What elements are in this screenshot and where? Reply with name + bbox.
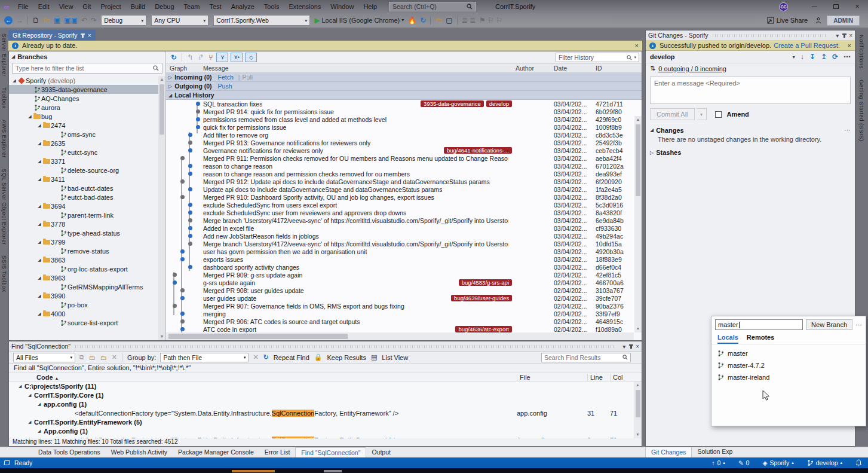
- changes-section-header[interactable]: ◢ Changes ⋯: [646, 124, 855, 135]
- commit-message-input[interactable]: Enter a message <Required>: [650, 77, 851, 104]
- commit-row[interactable]: Merged PR 914: quick fix for permissions…: [166, 108, 642, 115]
- commit-row[interactable]: Merged PR 907: Governance fields in OMS,…: [166, 302, 642, 310]
- bottom-tab[interactable]: Output: [366, 447, 396, 457]
- branch-tree-item[interactable]: remove-status: [9, 246, 158, 255]
- expander-icon[interactable]: [36, 276, 42, 280]
- redo-icon[interactable]: ↷: [91, 17, 97, 24]
- branch-popup-tab[interactable]: Locals: [717, 334, 738, 344]
- branch-tree-item[interactable]: GetRMSMappingAllTerms: [9, 282, 158, 291]
- col-date[interactable]: Date: [554, 65, 596, 72]
- branch-tree-item[interactable]: bad-eutct-dates: [9, 184, 158, 193]
- commit-row[interactable]: Merged PR 911: Permission checks removed…: [166, 154, 642, 162]
- pull-link[interactable]: Pull: [243, 74, 253, 81]
- menu-item[interactable]: Edit: [33, 0, 54, 13]
- branch-tag[interactable]: bug/4639/user-guides: [451, 295, 512, 301]
- pin-icon[interactable]: [630, 344, 632, 349]
- maximize-button[interactable]: [825, 0, 846, 13]
- keep-results-icon[interactable]: 🔒: [314, 353, 323, 361]
- outgoing-row[interactable]: ▷ Outgoing (0) Push: [166, 82, 642, 91]
- menu-item[interactable]: Help: [358, 0, 382, 13]
- feedback-icon[interactable]: [815, 17, 822, 24]
- find-result-row[interactable]: C:\projects\Sporify (11): [9, 382, 642, 390]
- commit-row[interactable]: Merged PR 912: Update api docs to includ…: [166, 178, 642, 185]
- close-icon[interactable]: ×: [88, 32, 91, 39]
- branch-tree-item[interactable]: source-list-export: [9, 318, 158, 327]
- expander-icon[interactable]: [11, 78, 17, 83]
- branch-popup-tab[interactable]: Remotes: [747, 334, 774, 344]
- branch-tree-item[interactable]: 3935-data-governance: [9, 85, 158, 94]
- list-view-icon[interactable]: ▤: [371, 353, 377, 361]
- branch-tree-item[interactable]: delete-source-org: [9, 166, 158, 175]
- col-graph[interactable]: Graph: [166, 65, 203, 72]
- branch-tree-item[interactable]: org-loc-status-export: [9, 264, 158, 273]
- commit-row[interactable]: merging 02/04/202... 33f97ef9: [166, 310, 642, 318]
- create-pull-request-link[interactable]: Create a Pull Request.: [774, 42, 840, 49]
- commit-row[interactable]: Merged PR 908: user guides update 02/04/…: [166, 286, 642, 294]
- menu-item[interactable]: Extensions: [284, 0, 326, 13]
- col-author[interactable]: Author: [516, 65, 554, 72]
- close-icon[interactable]: ×: [849, 32, 852, 39]
- refresh-icon[interactable]: ↻: [420, 17, 426, 24]
- expander-icon[interactable]: [36, 222, 42, 227]
- branches-scrollbar[interactable]: ▲ ▼: [158, 76, 165, 340]
- expander-icon[interactable]: [36, 258, 42, 263]
- git-repository-tab[interactable]: Git Repository - Sporify ×: [8, 30, 96, 41]
- commit-row[interactable]: Merge branch 'Userstory/4172/veeva-sync'…: [166, 216, 642, 224]
- branch-tree-item[interactable]: parent-term-link: [9, 210, 158, 219]
- bottom-tab[interactable]: Web Publish Activity: [106, 447, 173, 457]
- commit-row[interactable]: exports issues 03/04/202... 18f883e9: [166, 255, 642, 263]
- menu-item[interactable]: View: [54, 0, 78, 13]
- commit-row[interactable]: Update api docs to include dataGovernanc…: [166, 185, 642, 193]
- menu-item[interactable]: File: [13, 0, 33, 13]
- admin-button[interactable]: ADMIN: [827, 16, 860, 26]
- find-in-files-icon[interactable]: 🗀: [435, 17, 442, 24]
- branch-tree-item[interactable]: 3963: [9, 273, 158, 282]
- col-message[interactable]: Message: [203, 65, 516, 72]
- branch-popup-item[interactable]: master: [711, 347, 866, 359]
- outgoing-incoming-link[interactable]: 0 outgoing / 0 incoming: [658, 65, 726, 72]
- branch-filter-input[interactable]: Type here to filter the list: [12, 63, 162, 74]
- branch-tag[interactable]: bug/4583/g-srs-api: [459, 279, 512, 286]
- menu-item[interactable]: Tools: [259, 0, 284, 13]
- dock-tab[interactable]: Solution Exp: [692, 447, 738, 457]
- solution-config-dropdown[interactable]: Debug▾: [101, 15, 146, 26]
- refresh-icon[interactable]: ↻: [171, 53, 177, 62]
- new-file-icon[interactable]: 🗋: [32, 17, 39, 24]
- start-debug-icon[interactable]: ▶: [314, 17, 320, 24]
- local-history-row[interactable]: ◢ Local History: [166, 91, 642, 100]
- branch-tree-item[interactable]: 3990: [9, 291, 158, 300]
- menu-item[interactable]: Analyze: [226, 0, 259, 13]
- bottom-tab[interactable]: Package Manager Console: [173, 447, 259, 457]
- repeat-find-label[interactable]: Repeat Find: [274, 354, 309, 361]
- find-scrollbar[interactable]: ▲ ▼: [634, 382, 642, 438]
- more-actions-icon[interactable]: ⋯: [855, 321, 862, 329]
- close-button[interactable]: ×: [846, 0, 868, 13]
- run-target-label[interactable]: Local IIS (Google Chrome): [321, 17, 400, 24]
- branch-tag[interactable]: bug/4636/atc-export: [455, 326, 512, 332]
- navigate-forward-icon[interactable]: →: [16, 17, 23, 24]
- menu-item[interactable]: Build: [126, 0, 150, 13]
- run-target-dropdown-icon[interactable]: ▾: [401, 18, 404, 23]
- branch-tag[interactable]: 3935-data-governance: [421, 100, 484, 107]
- commit-row[interactable]: dashboard sporify activity changes 03/04…: [166, 263, 642, 271]
- list-view-label[interactable]: List View: [382, 354, 408, 361]
- col-col[interactable]: Col: [610, 374, 634, 381]
- commit-row[interactable]: Added in excel file 03/04/202... cf93363…: [166, 224, 642, 232]
- close-icon[interactable]: ×: [636, 343, 639, 350]
- find-result-row[interactable]: App.config (1): [9, 426, 642, 435]
- branch-dropdown-icon[interactable]: ▾: [793, 54, 795, 60]
- find-result-row[interactable]: <defaultConnectionFactory type="System.D…: [9, 435, 642, 438]
- branch-tree-item[interactable]: AQ-Changes: [9, 94, 158, 103]
- commit-row[interactable]: quick fix for permissions issue 03/04/20…: [166, 123, 642, 131]
- export-results-icon[interactable]: 🗀: [100, 354, 107, 361]
- minimize-button[interactable]: [803, 0, 825, 13]
- commit-row[interactable]: Merged PR 913: Governance notifications …: [166, 139, 642, 147]
- commit-row[interactable]: SQL transaction fixes 3935-data-governan…: [166, 100, 642, 108]
- branch-tree-item[interactable]: eutct-sync: [9, 148, 158, 157]
- expander-icon[interactable]: [27, 114, 33, 119]
- history-vertical-scrollbar[interactable]: ▲ ▼: [634, 116, 642, 332]
- expander-icon[interactable]: [36, 294, 42, 298]
- commit-row[interactable]: g-srs update again bug/4583/g-srs-api 02…: [166, 279, 642, 286]
- branch-tree-item[interactable]: 3799: [9, 237, 158, 246]
- compare-branch-icon[interactable]: ⑂: [208, 53, 213, 62]
